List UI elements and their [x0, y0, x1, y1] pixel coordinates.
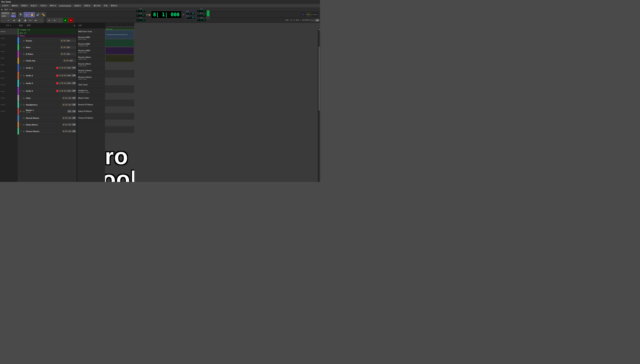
track-row-audio4[interactable]: 🎵 ▶ Audio 4 I S M wave 注释	[18, 87, 77, 95]
mini-track-ad1[interactable]: ● Ad1	[0, 55, 17, 62]
tracks-menu-btn[interactable]: ▼	[10, 25, 11, 26]
track-solo-drums[interactable]: S	[61, 40, 63, 42]
track-wave-audio2[interactable]: wave	[67, 74, 71, 76]
menu-event[interactable]: 事件(n)	[49, 4, 57, 7]
grabber-tool-button[interactable]: ✋	[30, 12, 35, 17]
timecode-mode[interactable]: ✎	[309, 19, 312, 22]
track-row-reverbreturn[interactable]: ~ ▶ Reverb Return S M vol 注释	[18, 115, 77, 122]
selector-tool-button[interactable]: ▭	[24, 12, 29, 17]
track-arm-audio1[interactable]	[56, 67, 59, 69]
play-button[interactable]: ▶	[63, 18, 68, 23]
track-vol-headphones[interactable]: vol	[68, 104, 71, 106]
menu-audiosuite[interactable]: AudioSuite(A)	[58, 4, 73, 7]
track-mute-chorusreturn[interactable]: M	[65, 130, 68, 132]
stop-button[interactable]: ⬛	[58, 18, 63, 23]
rewind-button[interactable]: ⏮	[47, 18, 52, 23]
nav-btn-6[interactable]: ↩↩	[28, 18, 33, 23]
tempo-track[interactable]: 手动速度: J 95	[18, 28, 77, 32]
menu-edit[interactable]: 编辑(E)	[10, 4, 20, 7]
track-mute-bass[interactable]: M	[63, 46, 66, 48]
main-counter-display[interactable]: 8| 1| 000	[151, 11, 182, 18]
zoom-tool-button[interactable]: 🔍	[18, 12, 24, 17]
track-row-audio2[interactable]: 🎵 ▶ Audio 2 I S M wave 注释	[18, 72, 77, 80]
track-solo-audio2[interactable]: S	[61, 74, 63, 76]
track-vol-click[interactable]: vol	[68, 97, 71, 99]
nav-btn-2[interactable]: ↩	[6, 18, 11, 23]
track-row-drums[interactable]: ♪ ▶ Drums S M clps	[18, 38, 77, 44]
track-arm2-bass[interactable]	[74, 46, 76, 49]
track-clps-drums[interactable]: clps	[66, 40, 70, 42]
track-expand-drums[interactable]: ▶	[23, 40, 25, 42]
track-solo-epiano[interactable]: S	[61, 53, 63, 55]
spot-button[interactable]: SPOT	[1, 15, 10, 18]
track-arm-audio4[interactable]	[56, 90, 59, 92]
nav-btn-8[interactable]: →	[39, 18, 44, 23]
menu-setup[interactable]: 设置(S)	[83, 4, 92, 7]
track-expand-audio1[interactable]: ▶	[23, 67, 25, 69]
track-vol-chorusreturn[interactable]: vol	[68, 130, 71, 132]
mini-track-hdp[interactable]: ● Hdp	[0, 88, 17, 95]
track-expand-epiano[interactable]: ▶	[23, 53, 25, 55]
menu-view[interactable]: 查看(V)	[20, 4, 29, 7]
fast-forward-button[interactable]: ⏭	[52, 18, 57, 23]
track-solo-click[interactable]: S	[62, 97, 65, 99]
track-solo-delayreturn[interactable]: S	[62, 124, 65, 126]
track-row-click[interactable]: ♩ ▶ Click S M vol 注释	[18, 95, 77, 102]
track-expand-click[interactable]: ▶	[23, 97, 25, 99]
mini-track-click[interactable]: ● Click	[0, 82, 17, 88]
track-edit-headphones[interactable]: 注释	[72, 104, 76, 106]
track-row-headphones[interactable]: 🎧 ▶ Headphones S M vol 注释	[18, 102, 77, 108]
track-edit-audio3[interactable]: 注释	[72, 82, 76, 84]
track-row-chorusreturn[interactable]: ≋ ▶ Chorus Return S M vol 注释	[18, 128, 77, 135]
nav-btn-5[interactable]: ◨	[23, 18, 27, 23]
track-arm2-drums[interactable]	[74, 40, 76, 42]
track-edit-audio4[interactable]: 注释	[72, 90, 76, 92]
nav-btn-1[interactable]: ←	[1, 18, 6, 23]
menu-window[interactable]: 窗口(W)	[92, 4, 102, 7]
track-input-audio3[interactable]: I	[59, 82, 61, 84]
track-solo-guitararp[interactable]: S	[63, 60, 66, 62]
grid-button[interactable]: GRID	[11, 15, 16, 17]
track-row-guitararp[interactable]: ♪ ▶ Guitar Arp S M clps	[18, 57, 77, 64]
track-arm-epiano[interactable]	[71, 53, 73, 55]
mini-track-mst1[interactable]: ● Mst1	[0, 95, 17, 102]
track-row-epiano[interactable]: ♪ ▶ E-Piano S M clps	[18, 51, 77, 57]
track-edit-chorusreturn[interactable]: 注释	[72, 130, 76, 132]
track-mute-delayreturn[interactable]: M	[65, 124, 68, 126]
track-mute-audio3[interactable]: M	[64, 82, 66, 84]
track-expand-audio4[interactable]: ▶	[23, 90, 25, 92]
track-wave-audio3[interactable]: wave	[67, 82, 71, 84]
mini-track-dlyr[interactable]: ● DlyR	[0, 102, 17, 108]
pencil-tool-button[interactable]: ✏️	[41, 12, 46, 17]
track-edit-master1[interactable]: 注释	[72, 110, 76, 113]
nav-btn-3[interactable]: ⏮	[12, 18, 17, 23]
menu-options[interactable]: 选项(O)	[73, 4, 82, 7]
track-clps-bass[interactable]: clps	[66, 46, 70, 48]
track-clps-guitararp[interactable]: clps	[69, 60, 73, 62]
track-vol-delayreturn[interactable]: vol	[68, 124, 71, 126]
track-lanes[interactable]: Pop Loop Pro Tools 软件 Win\Mac ▪▪▪▪▪▪▪▪▪▪…	[105, 28, 134, 182]
track-mute-guitararp[interactable]: M	[66, 60, 69, 62]
track-expand-reverbreturn[interactable]: ▶	[23, 117, 25, 119]
track-arm2-epiano[interactable]	[74, 53, 76, 55]
record-button[interactable]: ⏺	[69, 18, 73, 23]
nav-btn-7[interactable]: ⏭	[33, 18, 38, 23]
track-expand-chorusreturn[interactable]: ▶	[23, 130, 25, 132]
menu-track[interactable]: 轨道(T)	[29, 4, 38, 7]
zoom-level[interactable]: 80	[315, 19, 319, 22]
bars-beats-mode[interactable]: |=	[312, 19, 315, 22]
track-vol-reverbreturn[interactable]: vol	[68, 117, 71, 119]
track-clps-epiano[interactable]: clps	[66, 53, 70, 55]
track-edit-reverbreturn[interactable]: 注释	[72, 117, 76, 119]
track-edit-audio1[interactable]: 注释	[72, 66, 76, 69]
track-mute-click[interactable]: M	[65, 97, 68, 99]
track-expand-headphones[interactable]: ▶	[23, 104, 25, 106]
menu-help[interactable]: 帮助(H)	[109, 4, 119, 7]
track-solo-chorusreturn[interactable]: S	[62, 130, 65, 132]
track-input-audio1[interactable]: I	[59, 67, 61, 69]
track-arm-audio3[interactable]	[56, 82, 59, 84]
mini-track-ad4[interactable]: ● Ad4	[0, 75, 17, 82]
track-mute-reverbreturn[interactable]: M	[65, 117, 68, 119]
track-mute-audio4[interactable]: M	[64, 90, 66, 92]
track-mute-headphones[interactable]: M	[65, 104, 68, 106]
